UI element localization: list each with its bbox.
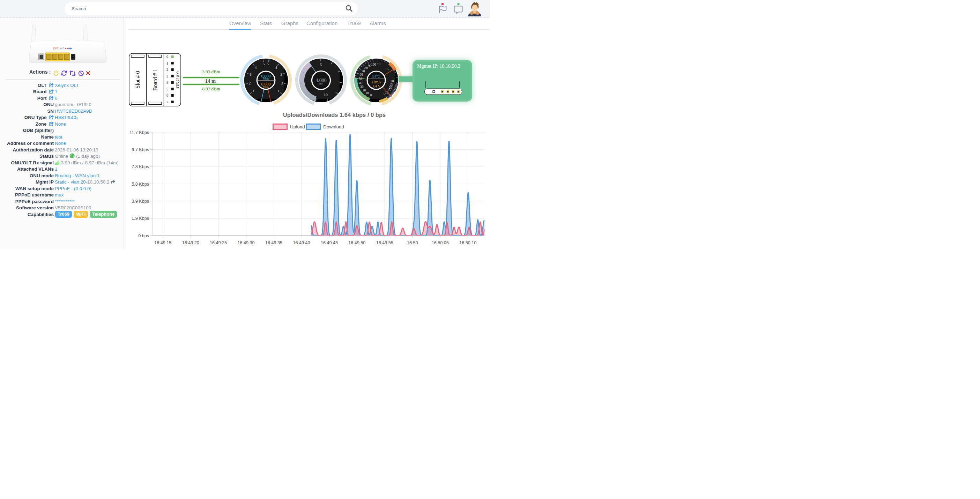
svg-text:ONU # 0: ONU # 0 — [175, 72, 180, 88]
svg-text:7.8 Kbps: 7.8 Kbps — [132, 164, 149, 169]
svg-text:16:49:25: 16:49:25 — [210, 240, 227, 245]
svg-text:Mbps: Mbps — [263, 77, 269, 80]
svg-text:30: 30 — [360, 85, 364, 89]
svg-text:100: 100 — [371, 63, 376, 66]
svg-text:16:49:30: 16:49:30 — [238, 240, 255, 245]
svg-text:5: 5 — [387, 67, 388, 70]
svg-text:5: 5 — [320, 62, 322, 67]
svg-text:51°C: 51°C — [372, 74, 380, 78]
svg-text:16:50:05: 16:50:05 — [432, 240, 449, 245]
svg-text:6: 6 — [167, 94, 168, 97]
svg-text:1: 1 — [252, 89, 254, 93]
svg-text:0: 0 — [370, 93, 372, 97]
svg-text:2: 2 — [281, 81, 283, 85]
svg-text:1.9 Kbps: 1.9 Kbps — [132, 216, 149, 221]
svg-text:20: 20 — [362, 89, 366, 92]
svg-text:16:49:35: 16:49:35 — [265, 240, 282, 245]
svg-text:16:49:45: 16:49:45 — [321, 240, 338, 245]
svg-text:16:50: 16:50 — [407, 240, 418, 245]
svg-text:1: 1 — [167, 61, 168, 65]
svg-text:16:49:55: 16:49:55 — [376, 240, 393, 245]
svg-text:5: 5 — [167, 87, 168, 91]
svg-text:7: 7 — [167, 100, 168, 104]
svg-text:16:50:10: 16:50:10 — [459, 240, 476, 245]
svg-text:Mbps: Mbps — [263, 85, 269, 88]
svg-text:3.4 V: 3.4 V — [372, 84, 381, 88]
svg-text:5: 5 — [262, 62, 264, 65]
svg-text:1: 1 — [277, 89, 279, 93]
svg-text:70: 70 — [361, 69, 365, 73]
svg-text:16:49:20: 16:49:20 — [182, 240, 199, 245]
svg-text:80: 80 — [364, 66, 368, 70]
svg-text:4: 4 — [167, 81, 168, 84]
svg-text:10: 10 — [365, 91, 369, 95]
svg-text:ms: ms — [319, 82, 323, 85]
svg-text:3: 3 — [280, 72, 282, 76]
svg-text:3: 3 — [250, 72, 251, 76]
svg-text:0: 0 — [167, 55, 168, 59]
svg-text:11mA: 11mA — [371, 79, 381, 84]
svg-text:25: 25 — [390, 83, 393, 86]
svg-text:3.9 Kbps: 3.9 Kbps — [132, 199, 149, 204]
svg-text:16:49:50: 16:49:50 — [348, 240, 365, 245]
svg-text:Slot # 0: Slot # 0 — [135, 71, 141, 89]
svg-text:3: 3 — [167, 74, 168, 78]
svg-text:11.7 Kbps: 11.7 Kbps — [129, 130, 149, 135]
svg-text:16:49:40: 16:49:40 — [293, 240, 310, 245]
svg-text:0 bps: 0 bps — [138, 234, 149, 238]
svg-text:4: 4 — [255, 65, 257, 69]
svg-text:2: 2 — [167, 68, 168, 72]
svg-text:5.8 Kbps: 5.8 Kbps — [132, 182, 149, 187]
svg-text:2: 2 — [249, 81, 251, 85]
svg-text:30: 30 — [391, 79, 394, 83]
svg-text:16:49:15: 16:49:15 — [154, 240, 171, 245]
svg-text:10: 10 — [323, 92, 328, 96]
svg-text:Board # 1: Board # 1 — [152, 69, 158, 91]
svg-text:5: 5 — [267, 62, 269, 65]
svg-text:60: 60 — [360, 73, 363, 76]
svg-text:10: 10 — [377, 62, 380, 65]
svg-text:40: 40 — [359, 81, 362, 84]
svg-text:9.7 Kbps: 9.7 Kbps — [132, 147, 149, 152]
svg-text:4: 4 — [275, 65, 277, 69]
svg-text:50: 50 — [358, 77, 362, 80]
svg-text:[5F2] 4.0 ■●■▶: [5F2] 4.0 ■●■▶ — [53, 47, 72, 50]
